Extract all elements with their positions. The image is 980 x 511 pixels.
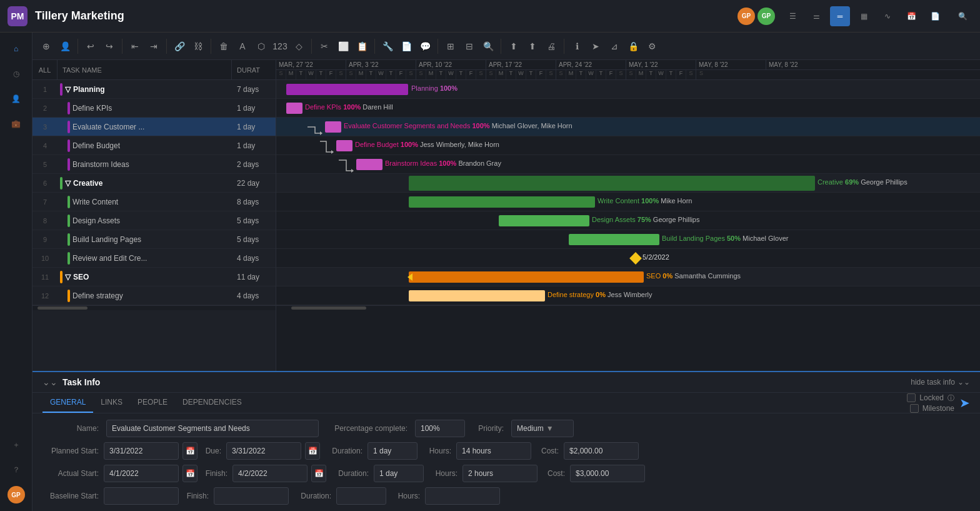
actual-hours-input[interactable]	[462, 465, 538, 482]
table-row[interactable]: 1 ▽ Planning 7 days	[32, 80, 276, 99]
hours-input[interactable]	[456, 442, 531, 460]
group-toggle[interactable]: ▽	[65, 273, 71, 281]
actual-cost-input[interactable]	[570, 465, 645, 482]
chart-area[interactable]: MAR, 27 '22 APR, 3 '22 APR, 10 '22 APR, …	[276, 60, 980, 371]
tab-people[interactable]: PEOPLE	[130, 393, 175, 413]
tab-dependencies[interactable]: DEPENDENCIES	[175, 393, 249, 413]
group-toggle[interactable]: ▽	[65, 179, 71, 188]
nav-list-icon[interactable]: ☰	[782, 6, 802, 26]
table-row[interactable]: 12 Define strategy 4 days	[32, 286, 276, 305]
gantt-bar-define-budget[interactable]	[336, 140, 352, 151]
delete-btn[interactable]: 🗑	[215, 38, 232, 55]
nav-table-icon[interactable]: ▦	[854, 6, 874, 26]
baseline-start-input[interactable]	[104, 487, 179, 505]
table-row[interactable]: 10 Review and Edit Cre... 4 days	[32, 249, 276, 268]
export-btn[interactable]: ⬆	[505, 38, 522, 55]
gantt-milestone[interactable]	[629, 252, 642, 265]
baseline-finish-input[interactable]	[214, 487, 289, 505]
table-row[interactable]: 8 Design Assets 5 days	[32, 211, 276, 230]
table-row[interactable]: 6 ▽ Creative 22 day	[32, 174, 276, 193]
text-btn[interactable]: A	[234, 38, 251, 55]
doc-btn[interactable]: 📄	[398, 38, 415, 55]
filter-btn[interactable]: ⊿	[606, 38, 623, 55]
locked-checkbox[interactable]	[907, 393, 916, 402]
copy-btn[interactable]: ⬜	[334, 38, 352, 55]
gantt-bar-seo[interactable]	[409, 271, 644, 283]
gantt-bar-landing-pages[interactable]	[569, 234, 659, 245]
gantt-bar-define-strategy[interactable]	[409, 290, 545, 301]
wrench-btn[interactable]: 🔧	[379, 38, 396, 55]
gantt-bar-creative-group[interactable]	[409, 176, 815, 191]
unlink-btn[interactable]: ⛓	[189, 38, 207, 55]
zoom-btn[interactable]: 🔍	[479, 38, 497, 55]
baseline-duration-input[interactable]	[336, 487, 386, 505]
finish-calendar[interactable]: 📅	[311, 465, 326, 482]
paste-btn[interactable]: 📋	[353, 38, 371, 55]
horizontal-scrollbar-task[interactable]	[32, 305, 276, 310]
milestone-checkbox[interactable]	[910, 404, 919, 413]
print-btn[interactable]: 🖨	[542, 38, 560, 55]
link-btn[interactable]: 🔗	[171, 38, 188, 55]
settings-btn[interactable]: ⚙	[643, 38, 661, 55]
outdent-btn[interactable]: ⇤	[126, 38, 144, 55]
duration-input[interactable]	[368, 442, 418, 460]
send-btn[interactable]: ➤	[587, 38, 604, 55]
table-btn[interactable]: ⊞	[442, 38, 459, 55]
group-toggle[interactable]: ▽	[65, 85, 71, 94]
actual-duration-input[interactable]	[374, 465, 424, 482]
gantt-bar-define-kpis[interactable]	[286, 103, 302, 114]
actual-start-calendar[interactable]: 📅	[182, 465, 198, 482]
planned-start-calendar[interactable]: 📅	[182, 442, 198, 460]
undo-btn[interactable]: ↩	[82, 38, 99, 55]
table-row[interactable]: 2 Define KPIs 1 day	[32, 99, 276, 118]
share-btn[interactable]: ⬆	[524, 38, 541, 55]
shape-btn[interactable]: ⬡	[252, 38, 270, 55]
nav-chart-icon[interactable]: ∿	[878, 6, 898, 26]
cut-btn[interactable]: ✂	[316, 38, 333, 55]
redo-btn[interactable]: ↪	[101, 38, 118, 55]
table-row[interactable]: 11 ▽ SEO 11 day	[32, 268, 276, 286]
hide-task-info-btn[interactable]: hide task info ⌄⌄	[911, 378, 970, 387]
sidebar-home-icon[interactable]: ⌂	[5, 38, 28, 60]
table-row[interactable]: 5 Brainstorm Ideas 2 days	[32, 155, 276, 174]
add-person-btn[interactable]: 👤	[56, 38, 74, 55]
table-row[interactable]: 9 Build Landing Pages 5 days	[32, 230, 276, 249]
collapse-icon[interactable]: ⌄⌄	[42, 377, 58, 387]
priority-dropdown[interactable]: Medium ▼	[511, 420, 574, 437]
due-input[interactable]	[226, 442, 301, 460]
sidebar-clock-icon[interactable]: ◷	[5, 63, 28, 85]
info-btn[interactable]: ℹ	[568, 38, 586, 55]
horizontal-scrollbar-chart[interactable]	[276, 305, 980, 310]
nav-doc-icon[interactable]: 📄	[925, 6, 945, 26]
actual-start-input[interactable]	[104, 465, 179, 482]
num-btn[interactable]: 123	[271, 38, 289, 55]
gantt-bar-design-assets[interactable]	[499, 215, 589, 226]
due-calendar[interactable]: 📅	[305, 442, 320, 460]
sidebar-portfolio-icon[interactable]: 💼	[5, 113, 28, 135]
lock-btn[interactable]: 🔒	[624, 38, 642, 55]
tab-links[interactable]: LINKS	[93, 393, 130, 413]
sidebar-help-icon[interactable]: ？	[5, 458, 28, 481]
tab-general[interactable]: GENERAL	[42, 393, 93, 413]
baseline-hours-input[interactable]	[425, 487, 500, 505]
add-task-btn[interactable]: ⊕	[38, 38, 55, 55]
nav-calendar-icon[interactable]: 📅	[901, 6, 921, 26]
sidebar-avatar-icon[interactable]: GP	[5, 483, 28, 506]
indent-btn[interactable]: ⇥	[145, 38, 162, 55]
name-input[interactable]	[106, 420, 319, 437]
nav-gantt-icon[interactable]: ═	[830, 6, 850, 26]
sidebar-people-icon[interactable]: 👤	[5, 88, 28, 110]
diamond-btn[interactable]: ◇	[290, 38, 308, 55]
cost-input[interactable]	[564, 442, 639, 460]
finish-input[interactable]	[232, 465, 308, 482]
table-row[interactable]: 4 Define Budget 1 day	[32, 136, 276, 155]
table-row[interactable]: 7 Write Content 8 days	[32, 193, 276, 211]
comment-btn[interactable]: 💬	[416, 38, 434, 55]
search-icon[interactable]: 🔍	[952, 6, 972, 26]
grid-btn[interactable]: ⊟	[461, 38, 478, 55]
gantt-bar-write-content[interactable]	[409, 196, 595, 208]
gantt-bar-evaluate[interactable]	[325, 121, 341, 133]
gantt-bar-brainstorm[interactable]	[356, 159, 382, 170]
locked-info-icon[interactable]: ⓘ	[948, 393, 954, 403]
sidebar-add-icon[interactable]: ＋	[5, 433, 28, 456]
